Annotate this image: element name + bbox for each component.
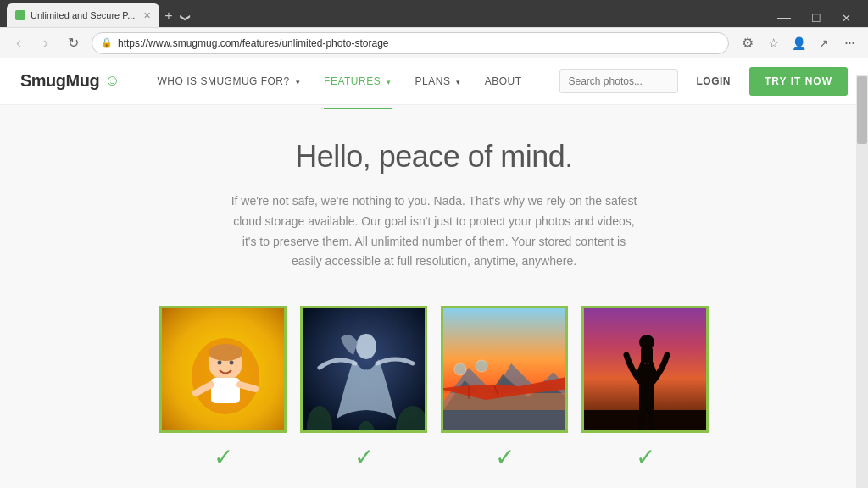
tab-close-icon[interactable]: ✕: [143, 10, 151, 21]
photo-frame-2[interactable]: [300, 306, 427, 433]
checkmark-2: ✓: [354, 443, 374, 471]
chevron-icon: ▾: [387, 78, 392, 86]
website: SmugMug ☺ WHO IS SMUGMUG FOR? ▾ FEATURES…: [0, 58, 868, 488]
svg-point-12: [356, 334, 376, 359]
photo-image-4: [584, 308, 706, 430]
chevron-icon: ▾: [296, 78, 301, 86]
search-input[interactable]: [559, 69, 678, 93]
photo-grid: ✓: [17, 306, 851, 471]
nav-item-plans[interactable]: PLANS ▾: [405, 69, 471, 94]
nav-icons-right: ⚙ ☆ 👤 ↗ ···: [736, 31, 861, 55]
share-icon[interactable]: ↗: [812, 31, 836, 55]
hero-title: Hello, peace of mind.: [17, 139, 851, 175]
logo-text: SmugMug: [20, 71, 99, 91]
checkmark-4: ✓: [636, 443, 655, 471]
profile-icon[interactable]: 👤: [787, 31, 810, 55]
photo-image-3: [443, 308, 565, 430]
checkmark-1: ✓: [214, 443, 233, 471]
photo-item-3: ✓: [441, 306, 568, 471]
svg-point-4: [209, 344, 242, 361]
svg-line-31: [650, 410, 654, 430]
photo-item-1: ✓: [159, 306, 287, 471]
logo[interactable]: SmugMug ☺: [20, 71, 120, 91]
photo-image-2: [303, 308, 425, 430]
refresh-button[interactable]: ↻: [61, 31, 85, 55]
logo-icon: ☺: [104, 72, 120, 90]
site-nav: SmugMug ☺ WHO IS SMUGMUG FOR? ▾ FEATURES…: [0, 58, 868, 105]
chevron-icon: ▾: [456, 78, 461, 86]
browser-nav-bar: ‹ › ↻ 🔒 https://www.smugmug.com/features…: [0, 27, 868, 58]
nav-item-features[interactable]: FEATURES ▾: [314, 69, 401, 94]
svg-line-9: [240, 385, 255, 389]
back-button[interactable]: ‹: [7, 31, 31, 55]
url-text: https://www.smugmug.com/features/unlimit…: [118, 37, 720, 49]
browser-tab-bar: Unlimited and Secure P... ✕ + ❯ — ☐ ✕: [0, 0, 868, 27]
extensions-icon[interactable]: ⚙: [736, 31, 760, 55]
photo-frame-3[interactable]: [441, 306, 568, 433]
svg-point-6: [230, 361, 234, 365]
scrollbar[interactable]: [856, 75, 868, 488]
close-button[interactable]: ✕: [832, 12, 861, 25]
svg-point-5: [218, 361, 222, 365]
svg-point-21: [476, 360, 487, 372]
login-button[interactable]: LOGIN: [685, 70, 743, 92]
browser-tab[interactable]: Unlimited and Secure P... ✕: [7, 3, 159, 27]
hero-section: Hello, peace of mind. If we're not safe,…: [0, 105, 868, 488]
tab-title: Unlimited and Secure P...: [31, 10, 135, 20]
hero-description: If we're not safe, we're nothing to you.…: [231, 191, 637, 272]
nav-links: WHO IS SMUGMUG FOR? ▾ FEATURES ▾ PLANS ▾…: [147, 69, 559, 94]
star-icon[interactable]: ☆: [761, 31, 785, 55]
minimize-button[interactable]: —: [767, 10, 801, 25]
checkmark-3: ✓: [495, 443, 515, 471]
page-wrapper: Unlimited and Secure P... ✕ + ❯ — ☐ ✕ ‹ …: [0, 0, 868, 488]
lock-icon: 🔒: [101, 37, 113, 48]
photo-item-2: ✓: [300, 306, 427, 471]
photo-image-1: [162, 308, 284, 430]
maximize-button[interactable]: ☐: [801, 12, 832, 25]
svg-point-20: [454, 363, 466, 375]
forward-button[interactable]: ›: [34, 31, 58, 55]
svg-line-30: [640, 410, 643, 430]
try-button[interactable]: TRY IT NOW: [749, 67, 848, 96]
tab-list-button[interactable]: ❯: [180, 10, 192, 25]
svg-rect-7: [211, 378, 240, 403]
nav-item-about[interactable]: ABOUT: [475, 69, 532, 94]
nav-item-who[interactable]: WHO IS SMUGMUG FOR? ▾: [147, 69, 311, 94]
window-controls: — ☐ ✕: [767, 10, 861, 27]
tab-favicon: [15, 10, 25, 20]
nav-right: LOGIN TRY IT NOW: [559, 67, 849, 96]
photo-frame-1[interactable]: [159, 306, 287, 433]
address-bar[interactable]: 🔒 https://www.smugmug.com/features/unlim…: [92, 32, 729, 54]
photo-frame-4[interactable]: [581, 306, 709, 433]
more-icon[interactable]: ···: [837, 31, 861, 55]
photo-item-4: ✓: [581, 306, 709, 471]
new-tab-button[interactable]: +: [159, 8, 177, 24]
scrollbar-thumb[interactable]: [857, 76, 867, 144]
